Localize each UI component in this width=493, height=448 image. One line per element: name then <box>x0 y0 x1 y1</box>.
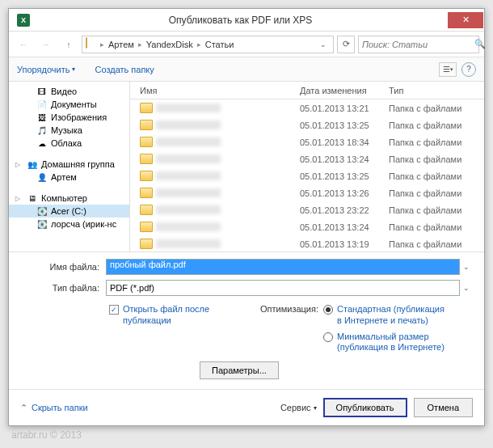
up-button[interactable]: ↑ <box>59 35 78 54</box>
column-type[interactable]: Тип <box>389 86 484 95</box>
breadcrumb-dropdown[interactable]: ⌄ <box>317 40 330 49</box>
folder-icon <box>140 120 153 130</box>
file-type: Папка с файлами <box>389 205 484 215</box>
hide-folders-button[interactable]: ⌃ Скрыть папки <box>20 403 88 413</box>
file-type: Папка с файлами <box>389 171 484 181</box>
file-list: Имя Дата изменения Тип 05.01.2013 13:21П… <box>130 82 484 251</box>
breadcrumb-item[interactable]: Статьи <box>203 40 237 49</box>
sidebar-item[interactable]: 🎞Видео <box>9 85 129 98</box>
optimization-label: Оптимизация: <box>260 304 318 355</box>
file-list-header: Имя Дата изменения Тип <box>130 82 484 99</box>
computer-icon: 🖥 <box>27 192 38 204</box>
file-date: 05.01.2013 13:19 <box>300 239 389 249</box>
search-field[interactable] <box>362 40 474 49</box>
sidebar-drive-c[interactable]: 💽Acer (C:) <box>9 205 129 218</box>
image-icon: 🖼 <box>36 112 48 123</box>
radio-standard[interactable]: Стандартная (публикация в Интернете и пе… <box>323 304 450 327</box>
file-date: 05.01.2013 13:25 <box>300 120 389 130</box>
table-row[interactable]: 05.01.2013 13:25Папка с файлами <box>130 116 484 133</box>
filename-dropdown[interactable]: ⌄ <box>460 263 473 271</box>
table-row[interactable]: 05.01.2013 18:34Папка с файлами <box>130 133 484 150</box>
toolbar: Упорядочить ▾ Создать папку ☰ ▾ ? <box>9 57 484 82</box>
file-date: 05.01.2013 13:24 <box>300 154 389 164</box>
sidebar-item[interactable]: 🎵Музыка <box>9 124 129 137</box>
table-row[interactable]: 05.01.2013 23:22Папка с файлами <box>130 201 484 218</box>
close-button[interactable]: ✕ <box>448 12 483 28</box>
drive-icon: 💽 <box>36 205 48 217</box>
film-icon: 🎞 <box>36 86 48 97</box>
new-folder-button[interactable]: Создать папку <box>95 65 154 74</box>
filetype-label: Тип файла: <box>20 283 106 293</box>
expand-icon[interactable]: ▷ <box>15 195 20 202</box>
refresh-button[interactable]: ⟳ <box>337 36 355 53</box>
file-type: Папка с файлами <box>389 188 484 198</box>
file-date: 05.01.2013 13:25 <box>300 171 389 181</box>
expand-icon[interactable]: ▷ <box>15 161 20 168</box>
filetype-select[interactable]: PDF (*.pdf) <box>106 280 460 296</box>
cloud-icon: ☁ <box>36 137 48 149</box>
chevron-right-icon: ▸ <box>138 40 142 49</box>
folder-icon <box>86 38 99 51</box>
open-after-checkbox[interactable]: ✓ Открыть файл после публикации <box>109 304 228 358</box>
file-name-blurred <box>156 120 221 129</box>
folder-icon <box>140 188 153 198</box>
publish-button[interactable]: Опубликовать <box>323 398 407 417</box>
bottom-panel: Имя файла: пробный файл.pdf ⌄ Тип файла:… <box>9 251 484 389</box>
body: 🎞Видео📄Документы🖼Изображения🎵Музыка☁Обла… <box>9 82 484 251</box>
column-name[interactable]: Имя <box>130 86 300 95</box>
breadcrumb-item[interactable]: YandexDisk <box>144 40 196 49</box>
help-button[interactable]: ? <box>461 62 476 77</box>
window-title: Опубликовать как PDF или XPS <box>33 15 448 26</box>
user-icon: 👤 <box>36 171 48 183</box>
cancel-button[interactable]: Отмена <box>414 398 473 417</box>
folder-icon <box>140 205 153 215</box>
table-row[interactable]: 05.01.2013 13:26Папка с файлами <box>130 184 484 201</box>
filetype-dropdown[interactable]: ⌄ <box>460 284 473 292</box>
view-mode-button[interactable]: ☰ ▾ <box>439 62 457 77</box>
folder-icon <box>140 137 153 147</box>
sidebar-computer[interactable]: ▷🖥Компьютер <box>9 192 129 205</box>
folder-icon <box>140 239 153 249</box>
table-row[interactable]: 05.01.2013 13:25Папка с файлами <box>130 167 484 184</box>
sidebar-user[interactable]: 👤Артем <box>9 171 129 184</box>
drive-icon: 💽 <box>36 218 48 230</box>
file-type: Папка с файлами <box>389 120 484 130</box>
params-button[interactable]: Параметры... <box>200 361 279 379</box>
radio-icon <box>323 305 333 315</box>
organize-menu[interactable]: Упорядочить ▾ <box>17 65 75 74</box>
table-row[interactable]: 05.01.2013 13:24Папка с файлами <box>130 218 484 235</box>
music-icon: 🎵 <box>36 125 48 136</box>
file-type: Папка с файлами <box>389 222 484 232</box>
table-row[interactable]: 05.01.2013 13:19Папка с файлами <box>130 235 484 251</box>
view-controls: ☰ ▾ ? <box>439 62 476 77</box>
filename-input[interactable]: пробный файл.pdf <box>106 259 460 275</box>
chevron-right-icon: ▸ <box>100 40 104 49</box>
table-row[interactable]: 05.01.2013 13:24Папка с файлами <box>130 150 484 167</box>
file-date: 05.01.2013 13:21 <box>300 104 389 113</box>
radio-minimal[interactable]: Минимальный размер (публикация в Интерне… <box>323 332 450 354</box>
app-icon: X <box>14 11 33 30</box>
file-date: 05.01.2013 23:22 <box>300 205 389 215</box>
sidebar-item[interactable]: ☁Облака <box>9 137 129 150</box>
back-button[interactable]: ← <box>14 35 33 54</box>
file-type: Папка с файлами <box>389 104 484 113</box>
file-date: 05.01.2013 13:26 <box>300 188 389 198</box>
forward-button[interactable]: → <box>36 35 56 54</box>
folder-icon <box>140 171 153 181</box>
doc-icon: 📄 <box>36 99 48 110</box>
search-input[interactable]: 🔍 <box>358 36 479 53</box>
table-row[interactable]: 05.01.2013 13:21Папка с файлами <box>130 99 484 116</box>
sidebar-item[interactable]: 🖼Изображения <box>9 111 129 124</box>
service-menu[interactable]: Сервис ▾ <box>280 403 317 412</box>
dialog-window: X Опубликовать как PDF или XPS ✕ ← → ↑ ▸… <box>8 8 485 426</box>
sidebar-item[interactable]: 📄Документы <box>9 98 129 111</box>
folder-icon <box>140 154 153 164</box>
breadcrumb[interactable]: ▸ Артем ▸ YandexDisk ▸ Статьи ⌄ <box>82 36 334 53</box>
sidebar-drive-d[interactable]: 💽лорсча (ирик-нс <box>9 218 129 230</box>
column-date[interactable]: Дата изменения <box>300 86 389 95</box>
file-name-blurred <box>156 137 221 146</box>
breadcrumb-item[interactable]: Артем <box>106 40 137 49</box>
file-name-blurred <box>156 171 221 180</box>
filename-label: Имя файла: <box>20 262 106 272</box>
sidebar-homegroup[interactable]: ▷👥Домашняя группа <box>9 158 129 171</box>
